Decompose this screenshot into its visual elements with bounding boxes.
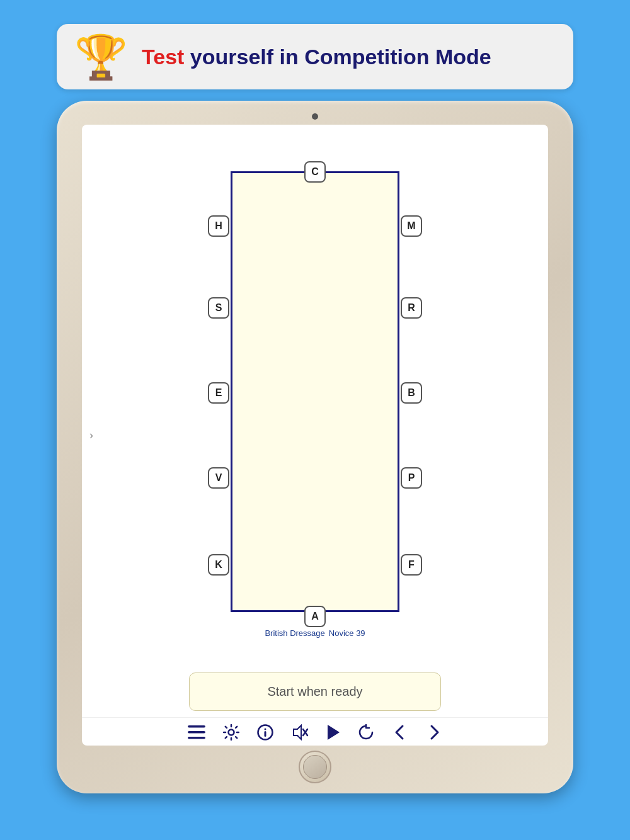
marker-E: E [208,382,229,404]
mute-icon[interactable] [291,724,309,741]
arena-wrapper: C H M S R E B V P K F A [208,159,422,625]
marker-M: M [401,215,422,237]
marker-H: H [208,215,229,237]
marker-P: P [401,467,422,489]
competition-mode-banner: 🏆 Test yourself in Competition Mode [57,24,573,89]
arena-container: C H M S R E B V P K F A British Dressage… [82,125,548,666]
arena-label: British Dressage Novice 39 [265,628,365,638]
start-button[interactable]: Start when ready [189,673,441,711]
trophy-icon: 🏆 [74,35,128,78]
svg-marker-7 [294,725,301,739]
info-icon[interactable] [257,724,273,741]
marker-A: A [304,606,326,627]
side-arrow-icon[interactable]: › [89,429,93,442]
svg-rect-6 [265,729,266,730]
marker-C: C [304,161,326,183]
marker-S: S [208,297,229,319]
arena-label-right: Novice 39 [329,628,365,638]
tablet-frame: › C H M S R E B V P K F A B [57,101,573,793]
marker-B: B [401,382,422,404]
svg-marker-10 [328,725,340,740]
settings-icon[interactable] [223,724,239,741]
marker-K: K [208,554,229,576]
menu-icon[interactable] [188,725,205,739]
banner-rest: yourself in Competition Mode [184,45,491,69]
banner-text: Test yourself in Competition Mode [142,45,491,69]
svg-rect-5 [265,731,266,737]
toolbar [82,717,548,746]
arena-rectangle [231,171,399,612]
reset-icon[interactable] [358,724,374,741]
marker-R: R [401,297,422,319]
svg-rect-1 [188,731,205,734]
back-icon[interactable] [392,724,408,741]
forward-icon[interactable] [426,724,442,741]
banner-highlight: Test [142,45,184,69]
svg-rect-0 [188,725,205,728]
arena-label-left: British Dressage [265,628,324,638]
play-icon[interactable] [326,724,340,741]
home-button[interactable] [299,751,331,783]
tablet-screen: › C H M S R E B V P K F A B [82,125,548,746]
svg-point-3 [229,730,234,735]
camera-dot [312,113,318,120]
marker-V: V [208,467,229,489]
marker-F: F [401,554,422,576]
svg-rect-2 [188,737,205,739]
